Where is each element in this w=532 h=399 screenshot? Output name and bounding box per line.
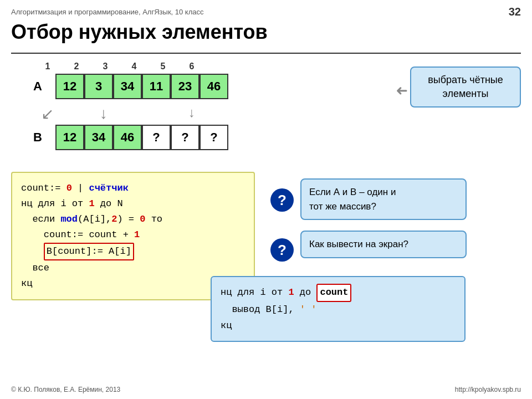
- subtitle: Алгоритмизация и программирование, АлгЯз…: [11, 8, 204, 16]
- b-count-box: B[count]:= A[i]: [44, 243, 134, 260]
- info-box-1: Если А и В – один итот же массив?: [300, 178, 467, 220]
- array-b-cell-1: 12: [55, 125, 84, 150]
- array-a-cell-4: 11: [142, 74, 171, 99]
- array-a-cell-2: 3: [84, 74, 113, 99]
- callout-even-elements: выбрать чётныеэлементы: [410, 66, 521, 108]
- code-line-3: если mod(A[i],2) = 0 то: [21, 212, 245, 227]
- question-bubble-1: ?: [270, 188, 294, 212]
- arrow-to-callout: ➜: [396, 82, 408, 99]
- array-b-cell-3: 46: [113, 125, 142, 150]
- array-a-cell-1: 12: [55, 74, 84, 99]
- index-2: 2: [62, 62, 91, 71]
- arrow-down-3: ↓: [100, 105, 108, 122]
- output-line-1: нц для i от 1 до count: [221, 284, 456, 302]
- index-3: 3: [91, 62, 120, 71]
- array-b-cell-6: ?: [200, 125, 228, 150]
- output-line-3: кц: [221, 318, 456, 334]
- page-title: Отбор нужных элементов: [11, 21, 521, 44]
- code-line-6: все: [21, 260, 245, 276]
- footer-right: http://kpolyakov.spb.ru: [455, 386, 521, 393]
- divider: [11, 53, 521, 54]
- output-line-2: вывод B[i], ' ': [221, 302, 456, 318]
- array-a-cell-3: 34: [113, 74, 142, 99]
- array-b-cell-2: 34: [84, 125, 113, 150]
- index-6: 6: [177, 62, 206, 71]
- info-text-1: Если А и В – один итот же массив?: [309, 187, 396, 212]
- array-a-cell-5: 23: [171, 74, 200, 99]
- array-b-cell-5: ?: [171, 125, 200, 150]
- index-4: 4: [120, 62, 149, 71]
- info-box-2: Как вывести на экран?: [300, 231, 467, 258]
- question-bubble-2: ?: [270, 238, 294, 262]
- count-highlight: count: [316, 284, 351, 302]
- array-b-row: B 12 34 46 ? ? ?: [33, 125, 521, 150]
- array-b-cell-4: ?: [142, 125, 171, 150]
- slide-number: 32: [509, 6, 521, 18]
- index-1: 1: [33, 62, 62, 71]
- info-text-2: Как вывести на экран?: [309, 239, 408, 249]
- arrow-down-6: ↓: [188, 105, 195, 120]
- array-a-cell-6: 46: [200, 74, 228, 99]
- output-code-box: нц для i от 1 до count вывод B[i], ' ' к…: [211, 276, 466, 342]
- code-line-4: count:= count + 1: [21, 227, 245, 243]
- array-b-label: B: [33, 130, 50, 145]
- footer: © К.Ю. Поляков, Е.А. Ерёмин, 2013 http:/…: [11, 386, 521, 393]
- header: Алгоритмизация и программирование, АлгЯз…: [11, 6, 521, 18]
- index-5: 5: [149, 62, 177, 71]
- code-line-1: count:= 0 | счётчик: [21, 181, 245, 196]
- callout-text: выбрать чётныеэлементы: [428, 74, 503, 99]
- footer-left: © К.Ю. Поляков, Е.А. Ерёмин, 2013: [11, 386, 120, 393]
- code-line-2: нц для i от 1 до N: [21, 196, 245, 212]
- arrows-container: ↙ ↓ ↓: [33, 105, 521, 125]
- arrow-down-1: ↙: [41, 105, 54, 123]
- code-line-5: B[count]:= A[i]: [21, 243, 245, 260]
- array-a-label: A: [33, 79, 50, 94]
